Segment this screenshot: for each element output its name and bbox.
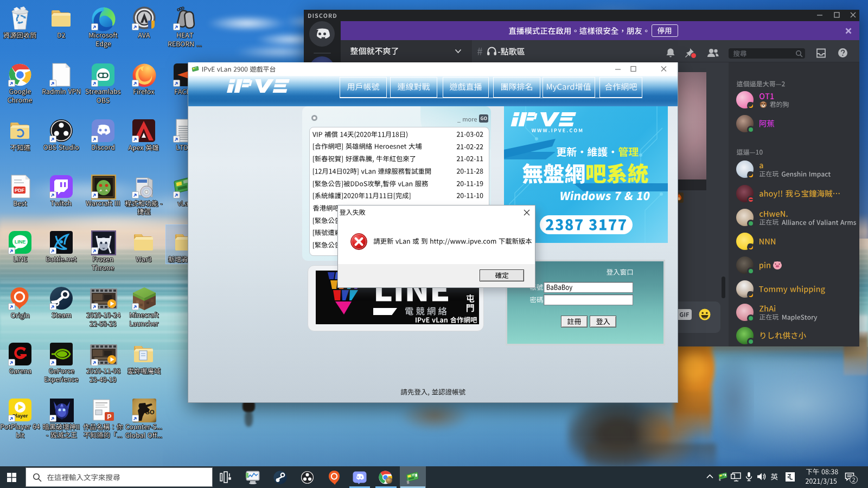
svg-text:PDF: PDF [15,188,25,193]
svg-text:P: P [107,413,111,421]
svg-text:LINE: LINE [15,239,26,245]
svg-text:GO: GO [145,409,155,415]
